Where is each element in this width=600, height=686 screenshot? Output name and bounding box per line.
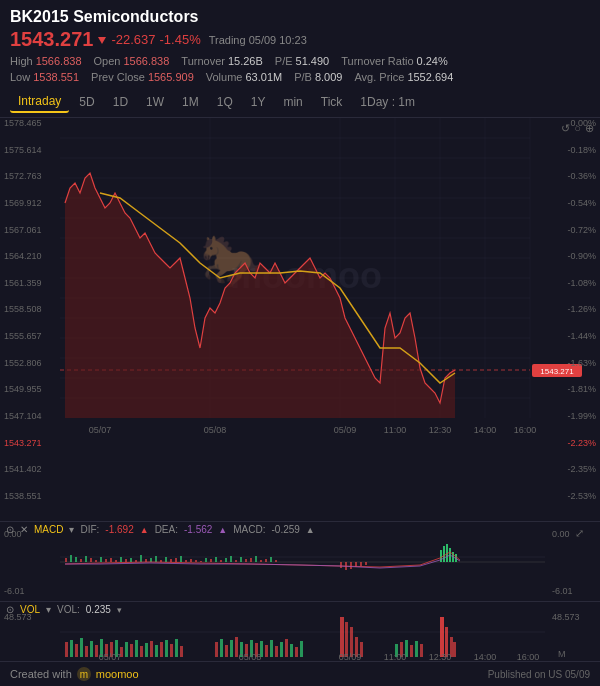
stats-row-2: Low 1538.551 Prev Close 1565.909 Volume …	[10, 71, 590, 83]
tabs-row: Intraday 5D 1D 1W 1M 1Q 1Y min Tick 1Day…	[0, 87, 600, 118]
vol-val-label: VOL:	[57, 604, 80, 615]
svg-rect-39	[140, 555, 142, 562]
tab-5d[interactable]: 5D	[71, 92, 102, 112]
macd-close[interactable]: ✕	[20, 524, 28, 535]
app-container: BK2015 Semiconductors 1543.271 -22.637 -…	[0, 0, 600, 686]
turnover-ratio-stat: Turnover Ratio 0.24%	[341, 55, 448, 67]
svg-rect-92	[125, 642, 128, 657]
svg-rect-114	[265, 645, 268, 657]
vol-dropdown[interactable]: ▾	[46, 604, 51, 615]
macd-header: ⊙ ✕ MACD ▾ DIF: -1.692 ▲ DEA: -1.562 ▲ M…	[6, 524, 315, 535]
vol-x-0508: 05/08	[239, 652, 262, 662]
svg-rect-81	[70, 640, 73, 657]
macd-dropdown[interactable]: ▾	[69, 524, 74, 535]
tab-1day-1m[interactable]: 1Day : 1m	[352, 92, 423, 112]
svg-rect-107	[230, 640, 233, 657]
svg-rect-47	[180, 556, 182, 562]
published-info: Published on US 05/09	[488, 669, 590, 680]
svg-rect-121	[300, 641, 303, 657]
svg-rect-94	[135, 640, 138, 657]
y-label-14: 1538.551	[4, 491, 42, 501]
dea-value: -1.562	[184, 524, 212, 535]
vol-x-1100: 11:00	[384, 652, 407, 662]
pct-label-13: -2.35%	[567, 464, 596, 474]
svg-rect-34	[115, 560, 117, 562]
macd-expand-icon[interactable]: ⤢	[575, 527, 584, 539]
macd-expand-toggle[interactable]: ⊙	[6, 524, 14, 535]
svg-rect-46	[175, 558, 177, 562]
price-row: 1543.271 -22.637 -1.45% Trading 05/09 10…	[10, 28, 590, 51]
svg-rect-55	[220, 560, 222, 562]
vol-expand-toggle[interactable]: ⊙	[6, 604, 14, 615]
tab-min[interactable]: min	[275, 92, 310, 112]
dea-up-icon: ▲	[218, 525, 227, 535]
price-change-pct: -1.45%	[160, 32, 201, 47]
price-badge-text: 1543.271	[540, 367, 574, 376]
svg-rect-48	[185, 560, 187, 562]
svg-rect-26	[75, 557, 77, 562]
vol-panel: ⊙ VOL ▾ VOL: 0.235 ▾ 48.573 M 48.573	[0, 601, 600, 661]
trading-status: Trading 05/09 10:23	[209, 34, 307, 46]
x-label-0508: 05/08	[204, 425, 227, 435]
svg-rect-53	[210, 559, 212, 562]
vol-x-1230: 12:30	[429, 652, 452, 662]
svg-rect-27	[80, 559, 82, 562]
svg-rect-93	[130, 644, 133, 657]
tab-1y[interactable]: 1Y	[243, 92, 274, 112]
vol-y-top: 48.573	[552, 612, 580, 622]
svg-marker-0	[98, 37, 106, 44]
vol-down-icon[interactable]: ▾	[117, 605, 122, 615]
svg-rect-105	[220, 639, 223, 657]
turnover-stat: Turnover 15.26B	[181, 55, 262, 67]
avg-price-stat: Avg. Price 1552.694	[354, 71, 453, 83]
svg-rect-97	[150, 641, 153, 657]
svg-rect-118	[285, 639, 288, 657]
tab-tick[interactable]: Tick	[313, 92, 351, 112]
svg-rect-64	[265, 559, 267, 562]
macd-val-label: MACD:	[233, 524, 265, 535]
macd-value: -0.259	[271, 524, 299, 535]
svg-rect-54	[215, 557, 217, 562]
vol-value: 0.235	[86, 604, 111, 615]
macd-up-icon: ▲	[306, 525, 315, 535]
moomoo-brand: moomoo	[96, 668, 139, 680]
created-with-text: Created with	[10, 668, 72, 680]
tab-1q[interactable]: 1Q	[209, 92, 241, 112]
svg-rect-116	[275, 646, 278, 657]
svg-rect-119	[290, 644, 293, 657]
svg-rect-30	[95, 560, 97, 562]
x-label-0509: 05/09	[334, 425, 357, 435]
macd-panel: ⊙ ✕ MACD ▾ DIF: -1.692 ▲ DEA: -1.562 ▲ M…	[0, 521, 600, 601]
tab-1w[interactable]: 1W	[138, 92, 172, 112]
svg-rect-82	[75, 644, 78, 657]
prev-close-stat: Prev Close 1565.909	[91, 71, 194, 83]
svg-rect-100	[165, 640, 168, 657]
chart-fill-1	[65, 173, 255, 418]
svg-rect-66	[275, 560, 277, 562]
svg-rect-38	[135, 560, 137, 562]
vol-header: ⊙ VOL ▾ VOL: 0.235 ▾	[6, 604, 122, 615]
svg-rect-131	[415, 641, 418, 657]
dif-value: -1.692	[105, 524, 133, 535]
svg-rect-80	[65, 642, 68, 657]
x-label-0507: 05/07	[89, 425, 112, 435]
svg-rect-40	[145, 559, 147, 562]
tab-intraday[interactable]: Intraday	[10, 91, 69, 113]
svg-rect-72	[365, 562, 367, 565]
svg-rect-49	[190, 559, 192, 562]
svg-rect-41	[150, 558, 152, 562]
tab-1m[interactable]: 1M	[174, 92, 207, 112]
main-chart[interactable]: ↺ ○ ⊕ 1578.465 1575.614 1572.763 1569.91…	[0, 118, 600, 521]
svg-rect-59	[240, 557, 242, 562]
svg-rect-43	[160, 560, 162, 562]
svg-rect-101	[170, 644, 173, 657]
svg-rect-117	[280, 642, 283, 657]
macd-y-top: 0.00	[552, 529, 570, 539]
svg-rect-69	[350, 562, 352, 569]
low-stat: Low 1538.551	[10, 71, 79, 83]
stock-title: BK2015 Semiconductors	[10, 8, 199, 26]
vol-x-1400: 14:00	[474, 652, 497, 662]
tab-1d[interactable]: 1D	[105, 92, 136, 112]
svg-rect-51	[200, 561, 202, 562]
svg-rect-45	[170, 559, 172, 562]
